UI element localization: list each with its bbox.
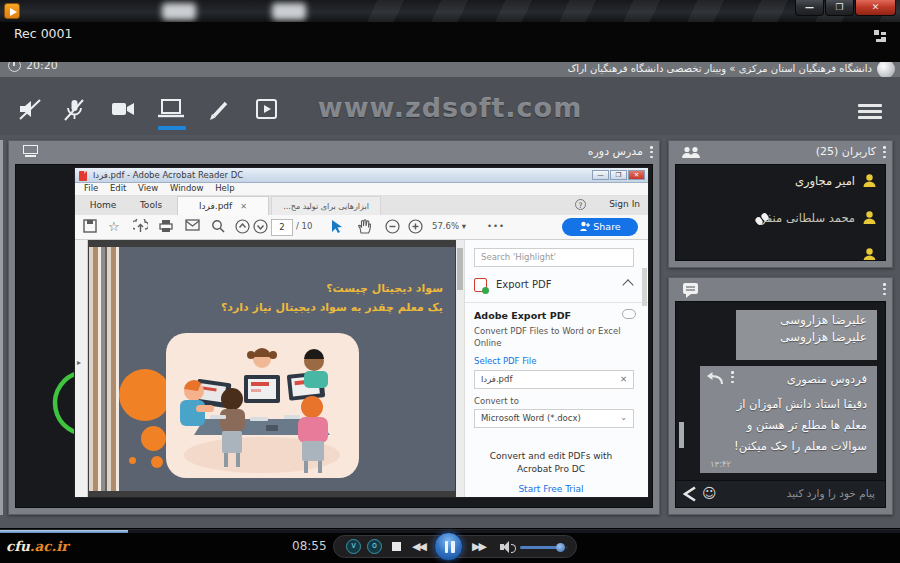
chat-message-line: علیرضا هزاروسی (736, 310, 877, 327)
slide-stripe-decoration (89, 247, 119, 491)
user-row[interactable]: محمد سلطانی منفرد (676, 202, 885, 239)
clear-file-icon[interactable]: ✕ (620, 371, 627, 388)
zoom-in-icon[interactable] (408, 219, 424, 235)
send-icon[interactable] (683, 486, 697, 502)
share-button[interactable]: Share (562, 218, 638, 236)
adobe-export-heading: Adobe Export PDF (474, 310, 571, 321)
pod-menu-icon[interactable] (650, 146, 654, 160)
window-titlebar: — ❐ ✕ (0, 0, 900, 22)
tab-tools[interactable]: Tools (129, 196, 173, 215)
acrobat-tabbar: Home Tools فردا.pdf✕ ابزارهایی برای تولی… (75, 196, 648, 215)
select-pdf-file-link[interactable]: Select PDF File (474, 356, 536, 366)
stop-button[interactable] (392, 542, 401, 551)
tab-document-2[interactable]: ابزارهایی برای تولید مح... (271, 196, 381, 215)
reply-icon[interactable] (706, 371, 724, 385)
rewind-button[interactable]: ◀◀ (412, 540, 425, 553)
acrobat-close-button[interactable]: ✕ (628, 170, 645, 180)
acrobat-minimize-button[interactable]: — (592, 170, 609, 180)
mail-icon[interactable] (185, 219, 201, 235)
acrobat-content: سواد دیجیتال چیست؟ یک معلم چقدر به سواد … (75, 240, 648, 497)
share-person-icon (579, 221, 590, 232)
pause-button[interactable] (434, 532, 463, 561)
export-pdf-icon (474, 278, 487, 292)
chat-pod: علیرضا هزاروسی علیرضا هزاروسی فردوس منصو… (668, 277, 893, 515)
acrobat-maximize-button[interactable]: ❐ (610, 170, 627, 180)
user-row[interactable]: امیر مجاوری (676, 165, 885, 202)
slide-dot-decoration (151, 456, 163, 468)
chat-message: علیرضا هزاروسی علیرضا هزاروسی (736, 310, 877, 360)
pod-menu-icon[interactable] (883, 283, 887, 297)
print-icon[interactable] (159, 219, 175, 235)
menu-window[interactable]: Window (170, 183, 204, 193)
save-icon[interactable] (83, 219, 99, 235)
more-tools-icon[interactable]: ••• (487, 221, 505, 231)
volume-knob[interactable] (556, 543, 565, 552)
chat-scrollbar[interactable] (679, 422, 684, 448)
webinar-title: دانشگاه فرهنگیان استان مرکزی » وبینار تخ… (567, 63, 872, 74)
menu-view[interactable]: View (138, 183, 158, 193)
player-header-bar: Rec 0001 (0, 22, 900, 62)
fast-forward-button[interactable]: ▶▶ (472, 540, 485, 553)
start-free-trial-link[interactable]: Start Free Trial (465, 484, 637, 494)
menu-help[interactable]: Help (215, 183, 234, 193)
users-pod-title: کاربران (25) (816, 145, 876, 158)
help-icon[interactable]: ? (575, 199, 586, 210)
message-menu-icon[interactable] (730, 371, 734, 385)
sign-in-link[interactable]: Sign In (609, 199, 640, 209)
slide-title: سواد دیجیتال چیست؟ یک معلم چقدر به سواد … (221, 279, 443, 317)
users-pod: کاربران (25) امیر مجاوری محمد سلطانی منف… (668, 140, 893, 268)
hand-tool-icon[interactable] (357, 219, 373, 235)
clock-icon (8, 62, 21, 72)
marker-icon[interactable]: v (346, 539, 361, 554)
menu-file[interactable]: File (84, 183, 98, 193)
pdf-page: سواد دیجیتال چیست؟ یک معلم چقدر به سواد … (89, 247, 455, 491)
menu-icon[interactable] (858, 104, 882, 122)
panel-scrollbar[interactable] (642, 268, 647, 306)
menu-edit[interactable]: Edit (110, 183, 126, 193)
tab-document[interactable]: فردا.pdf✕ (177, 196, 269, 215)
volume-icon[interactable] (500, 541, 514, 553)
convert-to-label: Convert to (474, 396, 519, 406)
tab-home[interactable]: Home (81, 196, 125, 215)
zoom-out-icon[interactable] (385, 219, 401, 235)
zdsoft-watermark: www.zdsoft.com (0, 92, 900, 123)
maximize-button[interactable]: ❐ (825, 0, 854, 16)
tool-search-input[interactable]: Search 'Highlight' (474, 248, 634, 267)
acrobat-pro-promo: Convert and edit PDFs with Acrobat Pro D… (477, 450, 625, 476)
pod-menu-icon[interactable] (883, 146, 887, 160)
previous-page-icon[interactable] (235, 219, 251, 235)
star-icon[interactable]: ☆ (108, 219, 124, 235)
format-dropdown[interactable]: Microsoft Word (*.docx) ⌄ (474, 409, 634, 428)
user-row[interactable] (676, 239, 885, 261)
pdf-file-icon (79, 171, 87, 181)
chat-input[interactable]: پیام خود را وارد کنید ☺ (675, 480, 886, 508)
message-timestamp: ۱۳:۴۲ (710, 459, 731, 469)
page-number-input[interactable]: 2 (271, 219, 293, 236)
kids-computers-illustration (166, 333, 359, 478)
left-panel-toggle[interactable] (75, 240, 88, 497)
app-icon (4, 3, 20, 19)
player-controls-bar: 08:55 v o ◀◀ ▶▶ cfu.ac.ir (0, 528, 900, 563)
next-page-icon[interactable] (253, 219, 269, 235)
repeat-icon[interactable]: o (367, 539, 382, 554)
zoom-level[interactable]: 57.6% ▾ (432, 221, 466, 231)
emoji-icon[interactable]: ☺ (702, 485, 717, 501)
document-scrollbar[interactable] (456, 240, 464, 497)
upload-icon[interactable] (133, 219, 149, 235)
tab-close-icon[interactable]: ✕ (240, 202, 247, 211)
close-button[interactable]: ✕ (855, 0, 896, 16)
status-icon (754, 212, 770, 226)
webinar-toolbar: www.zdsoft.com (0, 77, 900, 135)
screen-recorder-player-window: — ❐ ✕ Rec 0001 20:20 دانشگاه فرهنگیان اس… (0, 0, 900, 563)
select-cursor-icon[interactable] (330, 219, 346, 235)
search-icon[interactable] (211, 219, 227, 235)
slide-dot-decoration (129, 457, 136, 464)
export-pdf-row[interactable]: Export PDF (474, 278, 632, 294)
export-pdf-panel: Search 'Highlight' Export PDF Adobe Expo… (464, 240, 648, 497)
fullscreen-icon[interactable] (874, 30, 886, 42)
volume-slider[interactable] (520, 546, 568, 549)
selected-file-box[interactable]: فردا.pdf ✕ (474, 370, 634, 389)
minimize-button[interactable]: — (795, 0, 824, 16)
acrobat-menubar: File Edit View Window Help (75, 183, 648, 196)
recording-title: Rec 0001 (14, 26, 72, 41)
